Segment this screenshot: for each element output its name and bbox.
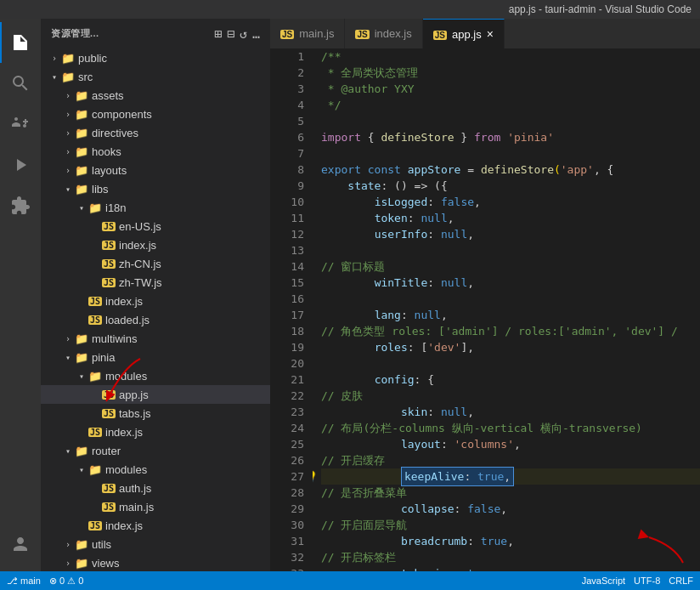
tree-icon: JS	[102, 409, 116, 418]
collapse-all-icon[interactable]: …	[252, 26, 260, 42]
tree-item-router[interactable]: ▾📁router	[41, 441, 270, 460]
code-line-15: winTitle: null,	[321, 275, 700, 291]
line-num-22: 22	[270, 388, 304, 404]
tree-label: zh-TW.js	[119, 276, 162, 289]
code-line-1: /**	[321, 48, 700, 65]
tab-icon: JS	[355, 27, 369, 40]
line-num-10: 10	[270, 194, 304, 210]
tree-item-app.js[interactable]: JSapp.js	[41, 385, 270, 404]
new-folder-icon[interactable]: ⊟	[227, 26, 234, 42]
tree-item-zh-CN.js[interactable]: JSzh-CN.js	[41, 254, 270, 273]
tree-item-public[interactable]: ›📁public	[41, 48, 270, 67]
extensions-activity-icon[interactable]	[0, 185, 41, 226]
tree-arrow: ▾	[61, 446, 75, 456]
tree-item-multiwins[interactable]: ›📁multiwins	[41, 329, 270, 348]
new-file-icon[interactable]: ⊞	[214, 26, 222, 42]
tree-item-assets[interactable]: ›📁assets	[41, 86, 270, 105]
tree-arrow: ›	[61, 540, 75, 549]
tab-close-icon[interactable]: ×	[487, 27, 494, 41]
tree-item-components[interactable]: ›📁components	[41, 105, 270, 123]
tree-label: zh-CN.js	[119, 258, 161, 270]
tree-item-views[interactable]: ›📁views	[41, 553, 270, 571]
code-editor[interactable]: 1234567891011121314151617181920212223242…	[270, 48, 700, 571]
code-line-24: // 布局(分栏-columns 纵向-vertical 横向-transver…	[321, 420, 700, 436]
tree-icon: JS	[102, 241, 116, 250]
tree-icon: 📁	[75, 89, 88, 102]
code-line-22: // 皮肤	[321, 388, 700, 404]
tree-icon: JS	[88, 315, 102, 325]
line-num-23: 23	[270, 404, 304, 420]
tree-icon: 📁	[88, 201, 102, 214]
tree-item-tabs.js[interactable]: JStabs.js	[41, 404, 270, 423]
tree-item-modules[interactable]: ▾📁modules	[41, 366, 270, 385]
tree-item-layouts[interactable]: ›📁layouts	[41, 161, 270, 179]
tree-label: views	[92, 557, 120, 570]
code-line-5	[321, 113, 700, 129]
line-num-17: 17	[270, 307, 304, 323]
tree-arrow: ▾	[75, 465, 88, 474]
line-num-19: 19	[270, 339, 304, 355]
tree-item-main.js-router[interactable]: JSmain.js	[41, 497, 270, 516]
language[interactable]: JavaScript	[582, 576, 625, 586]
tree-item-pinia[interactable]: ▾📁pinia	[41, 348, 270, 366]
refresh-icon[interactable]: ↺	[240, 26, 247, 42]
errors-count[interactable]: ⊗ 0 ⚠ 0	[49, 576, 83, 587]
tab-main-js[interactable]: JSmain.js	[270, 19, 345, 48]
tree-icon: 📁	[75, 351, 88, 364]
search-activity-icon[interactable]	[0, 63, 41, 104]
account-activity-icon[interactable]	[0, 524, 41, 564]
code-line-17: lang: null,	[321, 307, 700, 323]
tree-item-i18n[interactable]: ▾📁i18n	[41, 198, 270, 217]
line-num-24: 24	[270, 420, 304, 436]
code-line-12: userInfo: null,	[321, 226, 700, 242]
tree-label: tabs.js	[119, 407, 151, 420]
tree-item-en-US.js[interactable]: JSen-US.js	[41, 217, 270, 235]
encoding[interactable]: UTF-8	[634, 576, 660, 586]
source-control-activity-icon[interactable]	[0, 104, 41, 145]
tree-icon: JS	[88, 521, 102, 530]
line-num-32: 32	[270, 549, 304, 565]
tree-item-index.js-pinia[interactable]: JSindex.js	[41, 423, 270, 441]
line-num-25: 25	[270, 436, 304, 452]
line-num-8: 8	[270, 162, 304, 178]
tree-icon: JS	[102, 259, 116, 269]
tree-item-loaded.js[interactable]: JSloaded.js	[41, 310, 270, 329]
tree-icon: JS	[88, 297, 102, 306]
tree-item-index.js-libs[interactable]: JSindex.js	[41, 292, 270, 310]
code-line-8: export const appStore = defineStore('app…	[321, 162, 700, 178]
line-num-4: 4	[270, 97, 304, 113]
line-num-3: 3	[270, 81, 304, 97]
tree-item-index.js-i18n[interactable]: JSindex.js	[41, 235, 270, 254]
tree-item-utils[interactable]: ›📁utils	[41, 535, 270, 553]
code-line-33: tabsview: true,	[321, 565, 700, 571]
line-ending[interactable]: CRLF	[669, 576, 693, 586]
tree-item-directives[interactable]: ›📁directives	[41, 123, 270, 142]
tree-label: index.js	[105, 519, 143, 532]
tree-item-index.js-router[interactable]: JSindex.js	[41, 516, 270, 535]
tab-icon: JS	[433, 28, 447, 41]
tab-app-js[interactable]: JSapp.js×	[423, 19, 505, 48]
tree-item-modules-router[interactable]: ▾📁modules	[41, 460, 270, 479]
lightbulb-icon[interactable]: 💡	[313, 468, 318, 485]
sidebar-title: 资源管理...	[51, 27, 99, 40]
tree-icon: 📁	[61, 52, 75, 65]
sidebar-actions: ⊞ ⊟ ↺ …	[214, 26, 260, 42]
line-num-1: 1	[270, 48, 304, 65]
code-line-7	[321, 145, 700, 162]
code-line-3: * @author YXY	[321, 81, 700, 97]
explorer-activity-icon[interactable]	[0, 22, 41, 63]
tree-icon: 📁	[75, 164, 88, 177]
tab-index-js[interactable]: JSindex.js	[345, 19, 422, 48]
tree-label: index.js	[105, 426, 143, 439]
code-line-10: isLogged: false,	[321, 194, 700, 210]
tree-icon: JS	[102, 222, 116, 231]
tree-item-hooks[interactable]: ›📁hooks	[41, 142, 270, 161]
tree-item-libs[interactable]: ▾📁libs	[41, 179, 270, 198]
tree-label: index.js	[105, 295, 143, 308]
run-activity-icon[interactable]	[0, 145, 41, 185]
tree-item-auth.js[interactable]: JSauth.js	[41, 479, 270, 497]
line-num-9: 9	[270, 178, 304, 194]
tree-item-zh-TW.js[interactable]: JSzh-TW.js	[41, 273, 270, 292]
tree-item-src[interactable]: ▾📁src	[41, 67, 270, 86]
git-branch[interactable]: ⎇ main	[7, 576, 41, 587]
